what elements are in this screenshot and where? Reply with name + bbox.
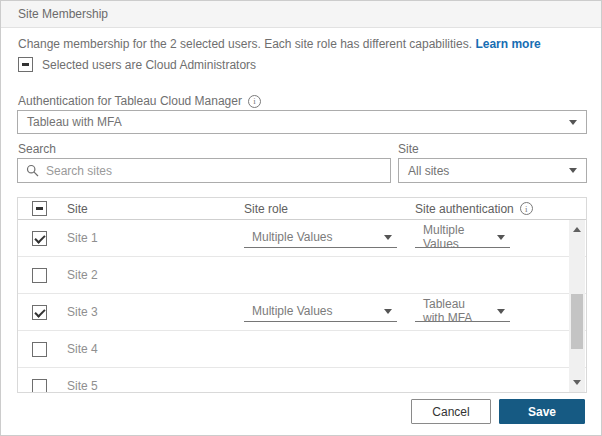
- table-row-site-1: Site 1 Multiple Values Multiple Values: [18, 220, 586, 257]
- table-row-site-5: Site 5: [18, 368, 586, 393]
- site-filter-label: Site: [398, 142, 419, 156]
- auth-select[interactable]: Tableau with MFA: [17, 110, 587, 134]
- site-authentication-select[interactable]: Tableau with MFA: [415, 301, 510, 322]
- scroll-up-icon[interactable]: [573, 227, 581, 232]
- row-checkbox[interactable]: [32, 305, 47, 320]
- cloud-admin-row: Selected users are Cloud Administrators: [18, 57, 256, 72]
- row-checkbox[interactable]: [32, 379, 47, 393]
- auth-label: Authentication for Tableau Cloud Manager: [18, 94, 242, 108]
- search-input[interactable]: [46, 164, 382, 178]
- site-name: Site 5: [67, 379, 98, 393]
- row-checkbox[interactable]: [32, 342, 47, 357]
- chevron-down-icon: [497, 309, 505, 314]
- row-checkbox[interactable]: [32, 268, 47, 283]
- scrollbar-thumb[interactable]: [571, 294, 583, 349]
- chevron-down-icon: [384, 309, 392, 314]
- save-button[interactable]: Save: [499, 399, 585, 424]
- site-name: Site 4: [67, 342, 98, 356]
- table-row-site-3: Site 3 Multiple Values Tableau with MFA: [18, 294, 586, 331]
- learn-more-link[interactable]: Learn more: [475, 37, 540, 51]
- chevron-down-icon: [497, 235, 505, 240]
- cloud-admin-checkbox[interactable]: [18, 57, 33, 72]
- site-name: Site 3: [67, 305, 98, 319]
- site-role-select[interactable]: Multiple Values: [244, 227, 397, 248]
- site-membership-dialog: Site Membership Change membership for th…: [0, 0, 602, 436]
- row-checkbox[interactable]: [32, 231, 47, 246]
- search-label: Search: [18, 142, 56, 156]
- site-name: Site 2: [67, 268, 98, 282]
- site-filter-select[interactable]: All sites: [398, 158, 587, 183]
- dialog-title: Site Membership: [18, 7, 108, 21]
- info-icon[interactable]: i: [520, 202, 533, 215]
- site-filter-value: All sites: [408, 164, 449, 178]
- auth-selected-value: Tableau with MFA: [27, 115, 122, 129]
- site-role-select[interactable]: Multiple Values: [244, 301, 397, 322]
- cancel-button[interactable]: Cancel: [411, 399, 491, 424]
- dialog-description: Change membership for the 2 selected use…: [18, 37, 587, 51]
- table-scrollbar[interactable]: [569, 220, 585, 392]
- cloud-admin-label: Selected users are Cloud Administrators: [42, 58, 256, 72]
- site-authentication-select[interactable]: Multiple Values: [415, 227, 510, 248]
- auth-label-row: Authentication for Tableau Cloud Manager…: [18, 94, 261, 108]
- chevron-down-icon: [384, 235, 392, 240]
- dialog-titlebar: Site Membership: [1, 1, 601, 28]
- column-header-site-role: Site role: [244, 202, 288, 216]
- select-all-checkbox[interactable]: [32, 201, 47, 216]
- sites-table-header: Site Site role Site authentication i: [18, 198, 586, 220]
- description-text: Change membership for the 2 selected use…: [18, 37, 472, 51]
- site-name: Site 1: [67, 231, 98, 245]
- info-icon[interactable]: i: [248, 95, 261, 108]
- column-header-site-authentication: Site authentication i: [415, 202, 533, 216]
- search-box: [17, 158, 391, 183]
- sites-table: Site Site role Site authentication i Sit…: [17, 197, 587, 393]
- chevron-down-icon: [569, 168, 577, 173]
- table-row-site-2: Site 2: [18, 257, 586, 294]
- column-header-site: Site: [67, 202, 88, 216]
- scroll-down-icon[interactable]: [573, 380, 581, 385]
- search-icon: [26, 164, 39, 177]
- table-row-site-4: Site 4: [18, 331, 586, 368]
- chevron-down-icon: [569, 120, 577, 125]
